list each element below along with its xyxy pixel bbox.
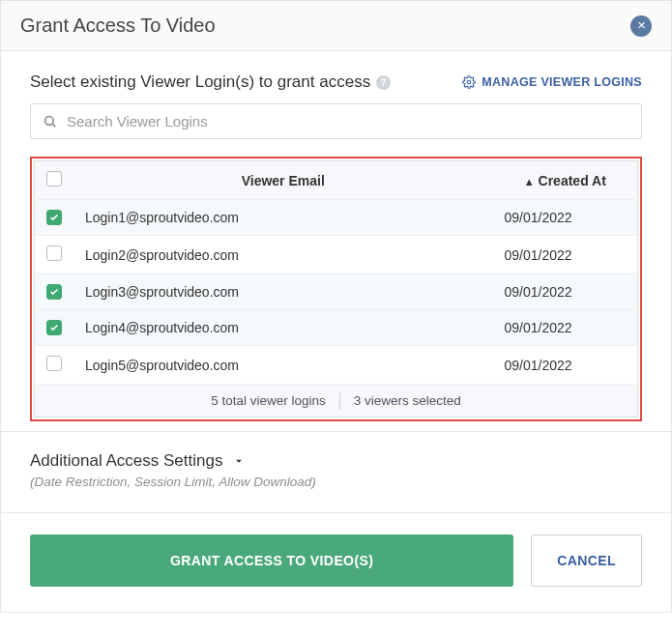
created-at: 09/01/2022 bbox=[493, 310, 638, 346]
row-checkbox[interactable] bbox=[46, 284, 62, 300]
modal-header: Grant Access To Video ✕ bbox=[1, 1, 671, 51]
select-all-checkbox[interactable] bbox=[46, 171, 62, 187]
selected-count: 3 viewers selected bbox=[340, 385, 475, 417]
created-at: 09/01/2022 bbox=[493, 200, 638, 236]
column-header-email[interactable]: Viewer Email bbox=[73, 161, 493, 200]
created-at: 09/01/2022 bbox=[493, 274, 638, 310]
table-row[interactable]: Login1@sproutvideo.com09/01/2022 bbox=[35, 200, 638, 236]
row-checkbox[interactable] bbox=[46, 320, 62, 335]
viewer-logins-table: Viewer Email ▲Created At Login1@sproutvi… bbox=[34, 160, 638, 418]
body-section: Select existing Viewer Login(s) to grant… bbox=[1, 51, 671, 431]
table-row[interactable]: Login4@sproutvideo.com09/01/2022 bbox=[35, 310, 638, 346]
sort-asc-icon: ▲ bbox=[524, 176, 535, 187]
help-icon[interactable]: ? bbox=[376, 75, 391, 90]
viewer-email: Login4@sproutvideo.com bbox=[73, 310, 493, 346]
viewer-email: Login5@sproutvideo.com bbox=[73, 346, 493, 385]
viewer-email: Login2@sproutvideo.com bbox=[73, 236, 493, 274]
additional-settings-toggle[interactable]: Additional Access Settings bbox=[30, 451, 642, 471]
chevron-down-icon bbox=[232, 454, 246, 468]
close-button[interactable]: ✕ bbox=[630, 15, 652, 37]
viewer-email: Login1@sproutvideo.com bbox=[73, 200, 493, 236]
created-at: 09/01/2022 bbox=[493, 346, 638, 385]
created-at: 09/01/2022 bbox=[493, 236, 638, 274]
viewer-email: Login3@sproutvideo.com bbox=[73, 274, 493, 310]
additional-settings-subtitle: (Date Restriction, Session Limit, Allow … bbox=[30, 475, 642, 489]
column-header-created[interactable]: ▲Created At bbox=[493, 161, 638, 200]
svg-point-0 bbox=[468, 80, 472, 84]
additional-settings-label: Additional Access Settings bbox=[30, 451, 222, 471]
row-checkbox[interactable] bbox=[46, 356, 62, 371]
row-checkbox[interactable] bbox=[46, 245, 62, 261]
search-input[interactable] bbox=[67, 113, 629, 130]
select-label-wrap: Select existing Viewer Login(s) to grant… bbox=[30, 72, 391, 92]
modal-title: Grant Access To Video bbox=[20, 14, 216, 37]
row-checkbox[interactable] bbox=[46, 210, 62, 225]
search-box[interactable] bbox=[30, 103, 642, 139]
grant-access-button[interactable]: GRANT ACCESS TO VIDEO(S) bbox=[30, 534, 513, 587]
svg-point-1 bbox=[45, 117, 54, 126]
search-icon bbox=[43, 114, 57, 129]
table-highlight-frame: Viewer Email ▲Created At Login1@sproutvi… bbox=[30, 157, 642, 421]
manage-link-label: MANAGE VIEWER LOGINS bbox=[482, 75, 642, 89]
select-label: Select existing Viewer Login(s) to grant… bbox=[30, 72, 370, 92]
table-footer: 5 total viewer logins 3 viewers selected bbox=[35, 384, 637, 417]
gear-icon bbox=[462, 75, 476, 89]
select-row: Select existing Viewer Login(s) to grant… bbox=[30, 72, 642, 92]
modal-footer: GRANT ACCESS TO VIDEO(S) CANCEL bbox=[1, 512, 671, 612]
table-row[interactable]: Login2@sproutvideo.com09/01/2022 bbox=[35, 236, 638, 274]
total-count: 5 total viewer logins bbox=[197, 385, 339, 417]
table-row[interactable]: Login3@sproutvideo.com09/01/2022 bbox=[35, 274, 638, 310]
table-row[interactable]: Login5@sproutvideo.com09/01/2022 bbox=[35, 346, 638, 385]
additional-settings-section: Additional Access Settings (Date Restric… bbox=[1, 431, 671, 512]
svg-line-2 bbox=[52, 124, 55, 127]
cancel-button[interactable]: CANCEL bbox=[531, 534, 642, 587]
manage-viewer-logins-link[interactable]: MANAGE VIEWER LOGINS bbox=[462, 75, 642, 89]
grant-access-modal: Grant Access To Video ✕ Select existing … bbox=[0, 0, 672, 613]
close-icon: ✕ bbox=[637, 20, 646, 31]
